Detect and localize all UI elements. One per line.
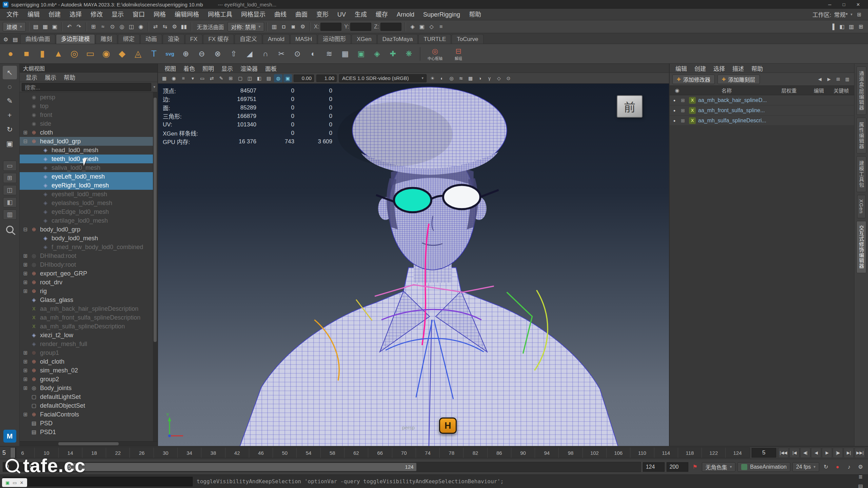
menu-item-9[interactable]: 编辑网格 — [170, 9, 203, 20]
snap-point-icon[interactable]: ⊙ — [108, 22, 117, 31]
frame-tick[interactable]: 26 — [130, 448, 153, 458]
outliner-item[interactable]: ◈eyelashes_lod0_mesh — [20, 199, 153, 207]
separate-icon[interactable]: ⊖ — [195, 46, 209, 61]
viewport-menu-4[interactable]: 显示 — [218, 64, 237, 73]
xgen-create-icon[interactable]: ✚ — [386, 46, 400, 61]
frame-tick[interactable]: 54 — [296, 448, 320, 458]
anim-end-field[interactable]: 200 — [667, 462, 688, 472]
pause-evaluation-icon[interactable]: ▮▮ — [180, 22, 189, 31]
frame-tick[interactable]: 70 — [392, 448, 416, 458]
menu-item-3[interactable]: 创建 — [44, 9, 65, 20]
frame-tick[interactable]: 82 — [463, 448, 487, 458]
menu-item-10[interactable]: 网格工具 — [203, 9, 237, 20]
shelf-tab-3[interactable]: 雕刻 — [96, 34, 117, 44]
groom-layer-row[interactable]: ●⊞Xaa_mh_sulfa_splineDescri... — [670, 116, 854, 126]
frame-tick[interactable]: 46 — [249, 448, 273, 458]
motion-blur-icon[interactable]: ≋ — [457, 74, 465, 82]
open-render-view-icon[interactable]: ▥ — [270, 22, 279, 31]
outliner-item[interactable]: ◉top — [20, 102, 153, 110]
step-back-key-button[interactable]: ◀| — [800, 448, 810, 458]
expand-toggle-icon[interactable]: ⊞ — [21, 359, 30, 365]
search-input[interactable]: 搜索... — [22, 83, 151, 91]
resolution-gate-icon[interactable]: ◫ — [245, 74, 254, 82]
xgen-groom-icon[interactable]: ❋ — [402, 46, 416, 61]
center-pivot-button[interactable]: ◎中心枢轴 — [424, 47, 446, 61]
bookmarks-icon[interactable]: ▾ — [189, 74, 197, 82]
time-slider-ruler[interactable]: 6101418222630343842465054586266707478828… — [10, 447, 750, 458]
single-pane-layout[interactable]: ▭ — [3, 161, 17, 171]
four-pane-layout[interactable]: ⊞ — [3, 173, 17, 183]
undo-icon[interactable]: ↶ — [65, 22, 74, 31]
go-to-start-button[interactable]: |◀◀ — [778, 448, 789, 458]
highlight-selection-icon[interactable]: ◈ — [408, 22, 417, 31]
outliner-item[interactable]: ▤PSD — [20, 419, 153, 428]
expand-toggle-icon[interactable]: ⊞ — [21, 376, 30, 382]
frame-tick[interactable]: 106 — [606, 448, 630, 458]
input-connections-icon[interactable]: ⇄ — [151, 22, 160, 31]
grease-pencil-icon[interactable]: ✎ — [217, 74, 225, 82]
groom-menu-1[interactable]: 编辑 — [672, 64, 691, 73]
shelf-tab-1[interactable]: 曲线/曲面 — [20, 34, 55, 44]
shelf-tab-14[interactable]: DazToMaya — [377, 34, 418, 44]
prev-description-icon[interactable]: ◀ — [816, 75, 824, 83]
outliner-item[interactable]: ⊟⊕body_lod0_grp — [20, 225, 153, 234]
frame-tick[interactable]: 66 — [368, 448, 392, 458]
output-connections-icon[interactable]: ⇆ — [161, 22, 170, 31]
groom-menu-3[interactable]: 选择 — [710, 64, 729, 73]
shelf-tab-6[interactable]: 渲染 — [163, 34, 184, 44]
outliner-item[interactable]: ◈Glass_glass — [20, 296, 153, 304]
menu-item-14[interactable]: 变形 — [312, 9, 333, 20]
rotate-tool[interactable]: ↻ — [3, 123, 17, 136]
add-modifier-button[interactable]: ✚添加修改器 — [672, 75, 715, 84]
anti-aliasing-icon[interactable]: ▩ — [466, 74, 475, 82]
poly-torus-icon[interactable]: ◎ — [67, 46, 81, 61]
menu-item-4[interactable]: 选择 — [65, 9, 86, 20]
poly-cylinder-icon[interactable]: ▮ — [35, 46, 50, 61]
menu-item-11[interactable]: 网格显示 — [237, 9, 270, 20]
sound-icon[interactable]: ♪ — [844, 462, 854, 472]
menu-item-7[interactable]: 窗口 — [128, 9, 149, 20]
playback-start-field[interactable]: 5 — [26, 462, 48, 472]
xray-icon[interactable]: ◇ — [495, 74, 503, 82]
outliner-item[interactable]: ⊞⊕group1 — [20, 348, 153, 357]
groom-menu-5[interactable]: 帮助 — [748, 64, 767, 73]
expand-toggle-icon[interactable]: ⊞ — [679, 108, 687, 113]
paint-select-tool[interactable]: ✎ — [3, 94, 17, 108]
shelf-tab-10[interactable]: Arnold — [263, 34, 290, 44]
screen-space-ao-icon[interactable]: ◎ — [447, 74, 456, 82]
menu-item-19[interactable]: SuperRigging — [419, 9, 465, 20]
frame-tick[interactable]: 78 — [439, 448, 463, 458]
grid-toggle-icon[interactable]: ⊞ — [226, 74, 235, 82]
outliner-horizontal-scrollbar[interactable] — [20, 441, 157, 446]
poly-disc-icon[interactable]: ◉ — [99, 46, 113, 61]
hotbox-button[interactable]: H — [439, 418, 457, 434]
shelf-tab-16[interactable]: ToCurve — [452, 34, 483, 44]
step-forward-frame-button[interactable]: ▶| — [844, 448, 854, 458]
shelf-tab-8[interactable]: FX 缓存 — [203, 34, 234, 44]
tool-settings-toggle-icon[interactable]: ◧ — [837, 22, 846, 31]
gamma-field[interactable]: 1.00 — [316, 75, 337, 82]
mash-editor-icon[interactable]: ◈ — [370, 46, 384, 61]
outliner-item[interactable]: ▢defaultObjectSet — [20, 401, 153, 410]
groom-layer-row[interactable]: ●⊞Xaa_mh_back_hair_splineD... — [670, 95, 854, 105]
frame-tick[interactable]: 22 — [106, 448, 130, 458]
shelf-tab-2[interactable]: 多边形建模 — [56, 34, 95, 44]
chevron-down-icon[interactable]: ▾ — [153, 85, 155, 89]
render-current-frame-icon[interactable]: ◘ — [279, 22, 288, 31]
expand-toggle-icon[interactable]: ⊞ — [21, 253, 30, 259]
character-body[interactable] — [239, 267, 619, 446]
coord-input-2[interactable] — [380, 23, 401, 31]
camera-attributes-icon[interactable]: ≡ — [179, 74, 188, 82]
frame-tick[interactable]: 30 — [154, 448, 177, 458]
range-slider-bar[interactable]: 5124 — [65, 463, 416, 471]
frame-tick[interactable]: 18 — [82, 448, 106, 458]
outliner-item[interactable]: ◈xiezi_t2_low — [20, 331, 153, 340]
poly-pyramid-icon[interactable]: ◬ — [131, 46, 145, 61]
groom-layer-row[interactable]: ●⊞Xaa_mh_front_sulfa_spline... — [670, 105, 854, 116]
use-all-lights-icon[interactable]: ☀ — [428, 74, 437, 82]
sidebar-tab-5[interactable]: 交互式修饰编辑器 — [856, 221, 866, 273]
outliner-item[interactable]: ◈head_lod0_mesh — [20, 146, 153, 155]
component-mode-icon[interactable]: ◇ — [427, 22, 436, 31]
outliner-item[interactable]: ⊞◎DHIbody:root — [20, 260, 153, 269]
frame-tick[interactable]: 90 — [511, 448, 535, 458]
